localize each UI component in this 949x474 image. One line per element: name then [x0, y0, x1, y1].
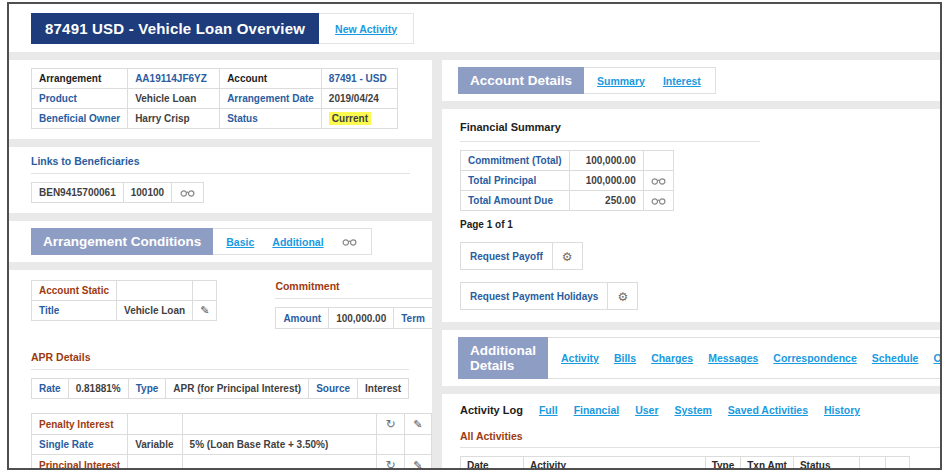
- view-beneficiary-icon[interactable]: [172, 183, 204, 203]
- total-amount-due-label: Total Amount Due: [461, 191, 570, 211]
- status-value: Current: [321, 109, 397, 129]
- tab-activity[interactable]: Activity: [561, 352, 599, 364]
- financial-summary-table: Commitment (Total) 100,000.00 Total Prin…: [460, 150, 674, 211]
- view-principal-icon[interactable]: [643, 171, 673, 191]
- edit-penalty-icon[interactable]: ✎: [404, 414, 431, 435]
- refresh-penalty-icon[interactable]: ↻: [377, 414, 404, 435]
- activity-log-header: Activity Log Full Financial User System …: [460, 404, 942, 416]
- additional-details-header: Additional Details Activity Bills Charge…: [458, 337, 942, 379]
- tab-bills[interactable]: Bills: [614, 352, 636, 364]
- tab-full[interactable]: Full: [539, 404, 558, 416]
- beneficiary-table: BEN9415700061 100100: [31, 182, 204, 203]
- request-payment-holidays-button[interactable]: Request Payment Holidays ⚙: [460, 270, 760, 310]
- new-activity-box: New Activity: [319, 13, 414, 44]
- edit-principal-icon[interactable]: ✎: [404, 455, 431, 471]
- left-column: Arrangement AA19114JF6YZ Account 87491 -…: [9, 60, 432, 470]
- tab-financial[interactable]: Financial: [574, 404, 620, 416]
- pencil-icon: ✎: [413, 459, 422, 471]
- title-label: Title: [32, 301, 117, 321]
- view-conditions-icon[interactable]: [342, 233, 357, 251]
- col-txn-amt: Txn Amt: [741, 457, 794, 471]
- refresh-principal-icon[interactable]: ↻: [377, 455, 404, 471]
- divider: [275, 298, 432, 299]
- financial-summary-heading: Financial Summary: [460, 121, 760, 133]
- glasses-icon: [651, 197, 666, 206]
- account-details-header-card: Account Details Summary Interest: [442, 60, 942, 101]
- empty-cell: [643, 151, 673, 171]
- table-row: Commitment (Total) 100,000.00: [461, 151, 674, 171]
- additional-details-header-card: Additional Details Activity Bills Charge…: [442, 330, 942, 386]
- table-row: Amount 100,000.00 Term 1Y ↻ ✎: [276, 308, 432, 329]
- tab-additional[interactable]: Additional: [272, 236, 323, 248]
- arrangement-date-value: 2019/04/24: [321, 89, 397, 109]
- arrangement-conditions-title: Arrangement Conditions: [31, 228, 213, 255]
- term-label: Term: [394, 308, 432, 329]
- financial-card: Financial Summary Commitment (Total) 100…: [442, 109, 942, 322]
- tab-summary[interactable]: Summary: [597, 75, 645, 87]
- total-amount-due-value: 250.00: [569, 191, 643, 211]
- additional-details-title: Additional Details: [458, 337, 548, 379]
- account-label: Account: [220, 69, 322, 89]
- penalty-rate-type: Variable: [128, 435, 182, 455]
- table-row: Principal Interest ↻ ✎: [32, 455, 432, 471]
- all-activities-header: All Activities Results 1 - 1: [460, 430, 942, 448]
- col-activity: Activity: [524, 457, 706, 471]
- empty-cell: [128, 455, 182, 471]
- financial-summary-block: Financial Summary Commitment (Total) 100…: [460, 121, 760, 310]
- empty-cell: [193, 281, 217, 301]
- glasses-icon: [180, 189, 195, 198]
- col-view: [859, 457, 885, 471]
- pencil-icon: ✎: [200, 304, 209, 316]
- account-static-heading: Account Static: [32, 281, 117, 301]
- penalty-interest-heading: Penalty Interest: [32, 414, 128, 435]
- tab-charges[interactable]: Charges: [651, 352, 693, 364]
- refresh-icon: ↻: [386, 417, 396, 431]
- type-value: APR (for Principal Interest): [166, 379, 309, 399]
- view-amount-due-icon[interactable]: [643, 191, 673, 211]
- tab-schedule[interactable]: Schedule: [872, 352, 919, 364]
- new-activity-link[interactable]: New Activity: [335, 23, 397, 35]
- table-row: Penalty Interest ↻ ✎: [32, 414, 432, 435]
- table-row: Product Vehicle Loan Arrangement Date 20…: [32, 89, 398, 109]
- tab-overdue[interactable]: Overdue: [933, 352, 942, 364]
- static-and-commitment-row: Account Static Title Vehicle Loan ✎ Comm…: [31, 280, 432, 329]
- commitment-block: Commitment Amount 100,000.00 Term 1Y ↻ ✎: [275, 280, 432, 329]
- request-payoff-button[interactable]: Request Payoff ⚙: [460, 230, 760, 270]
- table-row: Total Principal 100,000.00: [461, 171, 674, 191]
- principal-interest-heading: Principal Interest: [32, 455, 128, 471]
- arrangement-conditions-tabs: Basic Additional: [212, 233, 370, 251]
- beneficial-owner-label: Beneficial Owner: [32, 109, 128, 129]
- divider: [460, 141, 760, 142]
- table-row: Title Vehicle Loan ✎: [32, 301, 217, 321]
- account-id[interactable]: 87491 - USD: [321, 69, 397, 89]
- edit-title-icon[interactable]: ✎: [193, 301, 217, 321]
- tab-correspondence[interactable]: Correspondence: [773, 352, 856, 364]
- tab-user[interactable]: User: [635, 404, 658, 416]
- apr-details-table: Rate 0.81881% Type APR (for Principal In…: [31, 378, 409, 399]
- activity-log-card: Activity Log Full Financial User System …: [442, 394, 942, 470]
- status-badge: Current: [329, 112, 371, 125]
- arrangement-id[interactable]: AA19114JF6YZ: [128, 69, 220, 89]
- table-row: Single Rate Variable 5% (Loan Base Rate …: [32, 435, 432, 455]
- source-value: Interest: [358, 379, 409, 399]
- tab-saved-activities[interactable]: Saved Activities: [728, 404, 808, 416]
- activities-table: Date Activity Type Txn Amt Status 2019/0…: [460, 456, 910, 470]
- apr-details-block: APR Details Rate 0.81881% Type APR (for …: [31, 351, 432, 399]
- gear-icon: ⚙: [552, 243, 582, 269]
- tab-basic[interactable]: Basic: [226, 236, 254, 248]
- empty-cell: [182, 414, 377, 435]
- col-date: Date: [461, 457, 524, 471]
- activity-log-heading: Activity Log: [460, 404, 523, 416]
- tab-messages[interactable]: Messages: [708, 352, 758, 364]
- tab-system[interactable]: System: [675, 404, 712, 416]
- product-value: Vehicle Loan: [128, 89, 220, 109]
- table-row: Account Static: [32, 281, 217, 301]
- status-label: Status: [220, 109, 322, 129]
- total-principal-label: Total Principal: [461, 171, 570, 191]
- tab-interest[interactable]: Interest: [663, 75, 701, 87]
- app-window: 87491 USD - Vehicle Loan Overview New Ac…: [7, 2, 942, 470]
- account-details-tabs: Summary Interest: [583, 75, 715, 87]
- tab-history[interactable]: History: [824, 404, 860, 416]
- account-details-title: Account Details: [458, 67, 584, 94]
- title-value: Vehicle Loan: [117, 301, 193, 321]
